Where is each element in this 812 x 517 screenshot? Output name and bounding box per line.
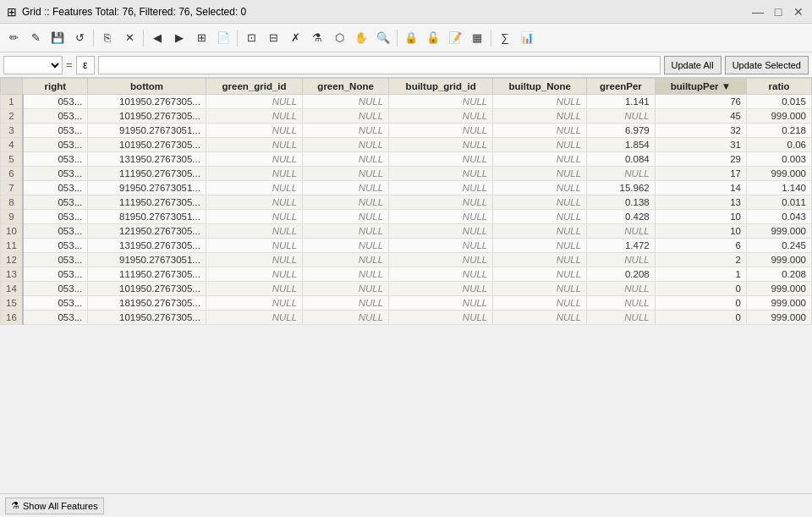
table-cell: NULL — [303, 282, 389, 296]
table-cell: 053... — [23, 181, 88, 195]
table-cell: 053... — [23, 210, 88, 224]
forward-icon[interactable]: ▶ — [169, 28, 189, 48]
col-header-builtup-none[interactable]: builtup_None — [493, 79, 587, 95]
table-cell: NULL — [493, 282, 587, 296]
show-all-label: Show All Features — [23, 501, 98, 511]
lock-icon[interactable]: 🔒 — [401, 28, 421, 48]
close-button[interactable]: ✕ — [792, 5, 805, 19]
table-cell: 45 — [655, 109, 746, 124]
table-cell: NULL — [389, 95, 493, 109]
save-icon[interactable]: 💾 — [47, 28, 68, 48]
edit-icon[interactable]: 📝 — [445, 28, 465, 48]
table-cell: NULL — [206, 152, 302, 167]
table-cell: NULL — [389, 210, 493, 224]
table-cell: 0.138 — [587, 195, 656, 210]
select-all-icon[interactable]: ⊡ — [241, 28, 261, 48]
maximize-button[interactable]: □ — [771, 5, 785, 19]
table-cell: 0 — [655, 311, 746, 325]
filter-icon[interactable]: ⚗ — [307, 28, 327, 48]
table-cell: 999.000 — [747, 311, 812, 325]
table-cell: 0.208 — [747, 267, 812, 282]
unlock-icon[interactable]: 🔓 — [423, 28, 443, 48]
row-number: 13 — [1, 267, 23, 282]
table-row[interactable]: 4053...101950.2767305...NULLNULLNULLNULL… — [1, 138, 812, 152]
minimize-button[interactable]: — — [751, 5, 765, 19]
table-cell: NULL — [587, 311, 656, 325]
table-cell: 1.472 — [587, 239, 656, 253]
table-row[interactable]: 7053...91950.27673051...NULLNULLNULLNULL… — [1, 181, 812, 195]
table-row[interactable]: 2053...101950.2767305...NULLNULLNULLNULL… — [1, 109, 812, 124]
delete-icon[interactable]: ✕ — [119, 28, 140, 48]
select-invert-icon[interactable]: ⊟ — [263, 28, 283, 48]
table-cell: NULL — [493, 267, 587, 282]
table-cell: NULL — [206, 253, 302, 267]
refresh-icon[interactable]: ↺ — [69, 28, 90, 48]
table-cell: NULL — [303, 195, 389, 210]
chart-icon[interactable]: 📊 — [517, 28, 537, 48]
copy-features-icon[interactable]: ⎘ — [97, 28, 118, 48]
row-number: 16 — [1, 311, 23, 325]
calc-icon[interactable]: ∑ — [495, 28, 515, 48]
move-icon[interactable]: ⬡ — [329, 28, 349, 48]
table-cell: 101950.2767305... — [88, 311, 206, 325]
table-row[interactable]: 9053...81950.27673051...NULLNULLNULLNULL… — [1, 210, 812, 224]
epsilon-button[interactable]: ε — [76, 56, 95, 74]
zoom-icon[interactable]: 🔍 — [373, 28, 393, 48]
col-header-green-none[interactable]: green_None — [303, 79, 389, 95]
row-number: 11 — [1, 239, 23, 253]
table-cell: NULL — [493, 224, 587, 239]
table-cell: 0.208 — [587, 267, 656, 282]
table-cell: 81950.27673051... — [88, 210, 206, 224]
table-cell: 17 — [655, 167, 746, 181]
table-row[interactable]: 13053...111950.2767305...NULLNULLNULLNUL… — [1, 267, 812, 282]
table-cell: 0.015 — [747, 95, 812, 109]
table-row[interactable]: 16053...101950.2767305...NULLNULLNULLNUL… — [1, 311, 812, 325]
table-cell: 13 — [655, 195, 746, 210]
table-row[interactable]: 12053...91950.27673051...NULLNULLNULLNUL… — [1, 253, 812, 267]
table-row[interactable]: 14053...101950.2767305...NULLNULLNULLNUL… — [1, 282, 812, 296]
update-all-button[interactable]: Update All — [664, 56, 721, 74]
col-header-builtup-grid-id[interactable]: builtup_grid_id — [389, 79, 493, 95]
table-row[interactable]: 8053...111950.2767305...NULLNULLNULLNULL… — [1, 195, 812, 210]
table-row[interactable]: 15053...181950.2767305...NULLNULLNULLNUL… — [1, 296, 812, 311]
table-cell: 0.245 — [747, 239, 812, 253]
deselect-icon[interactable]: ✗ — [285, 28, 305, 48]
paste-icon[interactable]: 📄 — [213, 28, 233, 48]
table-row[interactable]: 10053...121950.2767305...NULLNULLNULLNUL… — [1, 224, 812, 239]
table-row[interactable]: 1053...101950.2767305...NULLNULLNULLNULL… — [1, 95, 812, 109]
col-header-bottom[interactable]: bottom — [88, 79, 206, 95]
pan-icon[interactable]: ✋ — [351, 28, 371, 48]
table-cell: 053... — [23, 267, 88, 282]
table-cell: NULL — [493, 210, 587, 224]
draw-icon[interactable]: ✎ — [25, 28, 46, 48]
show-all-features-button[interactable]: ⚗ Show All Features — [5, 498, 104, 514]
table-cell: NULL — [206, 210, 302, 224]
table-row[interactable]: 11053...131950.2767305...NULLNULLNULLNUL… — [1, 239, 812, 253]
back-icon[interactable]: ◀ — [147, 28, 167, 48]
feature-table-container[interactable]: right bottom green_grid_id green_None bu… — [0, 78, 812, 493]
table-cell: NULL — [303, 95, 389, 109]
row-number: 15 — [1, 296, 23, 311]
table-cell: NULL — [303, 239, 389, 253]
table-cell: NULL — [389, 253, 493, 267]
table-row[interactable]: 5053...131950.2767305...NULLNULLNULLNULL… — [1, 152, 812, 167]
filter-input[interactable] — [98, 56, 661, 74]
pencil-icon[interactable]: ✏ — [3, 28, 24, 48]
table-cell: NULL — [493, 311, 587, 325]
col-header-greenper[interactable]: greenPer — [587, 79, 656, 95]
col-header-ratio[interactable]: ratio — [747, 79, 812, 95]
row-number: 5 — [1, 152, 23, 167]
col-header-rownum[interactable] — [1, 79, 23, 95]
copy-icon[interactable]: ⊞ — [191, 28, 211, 48]
update-selected-button[interactable]: Update Selected — [725, 56, 809, 74]
table-icon[interactable]: ▦ — [467, 28, 487, 48]
field-select[interactable] — [3, 56, 63, 74]
table-row[interactable]: 3053...91950.27673051...NULLNULLNULLNULL… — [1, 124, 812, 138]
table-row[interactable]: 6053...111950.2767305...NULLNULLNULLNULL… — [1, 167, 812, 181]
col-header-green-grid-id[interactable]: green_grid_id — [206, 79, 302, 95]
table-cell: NULL — [206, 311, 302, 325]
table-cell: 131950.2767305... — [88, 239, 206, 253]
table-cell: NULL — [493, 167, 587, 181]
col-header-builtupPer[interactable]: builtupPer ▼ — [655, 79, 746, 95]
col-header-right[interactable]: right — [23, 79, 88, 95]
